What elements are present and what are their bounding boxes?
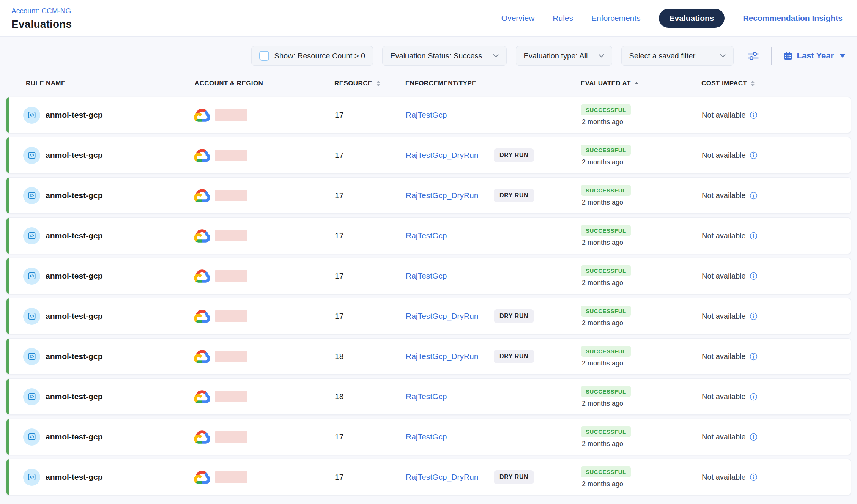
- evaluation-row[interactable]: anmol-test-gcp 17 RajTestGcp_DryRun DRY …: [6, 459, 851, 495]
- column-label: COST IMPACT: [701, 80, 747, 87]
- enforcement-cell: RajTestGcp: [385, 258, 560, 294]
- evaluation-row[interactable]: anmol-test-gcp 17 RajTestGcp_DryRun DRY …: [6, 137, 851, 173]
- status-badge: SUCCESSFUL: [581, 104, 631, 115]
- enforcement-link[interactable]: RajTestGcp: [406, 231, 447, 240]
- enforcement-link[interactable]: RajTestGcp_DryRun: [406, 151, 478, 160]
- cost-impact-value: Not available: [702, 352, 746, 361]
- enforcement-cell: RajTestGcp_DryRun DRY RUN: [385, 178, 560, 213]
- enforcement-cell: RajTestGcp: [385, 218, 560, 254]
- column-header-rule-name: RULE NAME: [6, 80, 194, 87]
- filter-settings-button[interactable]: [747, 50, 759, 61]
- evaluation-row[interactable]: anmol-test-gcp 17 RajTestGcp SUCCESSFUL …: [6, 419, 851, 455]
- info-icon[interactable]: [750, 272, 758, 280]
- enforcement-link[interactable]: RajTestGcp_DryRun: [406, 191, 478, 200]
- sort-icon[interactable]: [376, 80, 381, 87]
- rule-icon: [23, 227, 40, 244]
- rule-name: anmol-test-gcp: [46, 392, 103, 401]
- account-region-cell: [194, 258, 328, 294]
- account-region-cell: [194, 137, 328, 173]
- enforcement-link[interactable]: RajTestGcp: [406, 432, 447, 441]
- resource-count: 17: [335, 472, 343, 482]
- nav-enforcements[interactable]: Enforcements: [591, 14, 641, 23]
- column-label: ACCOUNT & REGION: [195, 80, 263, 87]
- evaluated-at-cell: SUCCESSFUL 2 months ago: [560, 218, 681, 254]
- evaluation-row[interactable]: anmol-test-gcp 17 RajTestGcp SUCCESSFUL …: [6, 217, 851, 254]
- resource-count: 17: [335, 191, 343, 200]
- enforcement-link[interactable]: RajTestGcp_DryRun: [406, 312, 478, 321]
- info-icon[interactable]: [750, 473, 758, 481]
- evaluation-row[interactable]: anmol-test-gcp 17 RajTestGcp_DryRun DRY …: [6, 177, 851, 214]
- rule-name-cell: anmol-test-gcp: [6, 339, 194, 374]
- gcp-logo-icon: [194, 149, 210, 162]
- account-breadcrumb[interactable]: Account: CCM-NG: [11, 7, 72, 15]
- evaluations-page: Account: CCM-NG Evaluations OverviewRule…: [0, 0, 857, 504]
- enforcement-link[interactable]: RajTestGcp: [406, 110, 447, 120]
- title-block: Account: CCM-NG Evaluations: [11, 6, 72, 30]
- cost-impact-value: Not available: [702, 272, 746, 280]
- column-label: RULE NAME: [26, 80, 66, 87]
- enforcement-link[interactable]: RajTestGcp: [406, 392, 447, 401]
- nav-recommendation-insights[interactable]: Recommendation Insights: [743, 14, 843, 23]
- rule-icon: [23, 107, 40, 124]
- sort-icon[interactable]: [750, 80, 755, 87]
- info-icon[interactable]: [750, 312, 758, 320]
- nav-evaluations[interactable]: Evaluations: [659, 9, 725, 28]
- rule-name-cell: anmol-test-gcp: [6, 419, 194, 455]
- evaluation-row[interactable]: anmol-test-gcp 17 RajTestGcp SUCCESSFUL …: [6, 258, 851, 294]
- status-badge: SUCCESSFUL: [581, 426, 631, 437]
- evaluated-time: 2 months ago: [582, 359, 623, 367]
- info-icon[interactable]: [750, 433, 758, 441]
- info-icon[interactable]: [750, 393, 758, 401]
- evaluation-status-dropdown[interactable]: Evaluation Status: Success: [382, 46, 506, 66]
- date-range-picker[interactable]: Last Year: [783, 51, 846, 61]
- column-header-resource[interactable]: RESOURCE: [328, 80, 385, 87]
- caret-down-icon: [840, 54, 846, 58]
- info-icon[interactable]: [750, 353, 758, 361]
- rule-icon: [23, 348, 40, 365]
- dry-run-badge: DRY RUN: [494, 350, 534, 363]
- evaluated-at-cell: SUCCESSFUL 2 months ago: [560, 137, 681, 173]
- table-header: RULE NAMEACCOUNT & REGIONRESOURCEENFORCE…: [6, 74, 851, 93]
- column-header-cost-impact[interactable]: COST IMPACT: [680, 80, 851, 87]
- gcp-logo-icon: [194, 229, 210, 243]
- saved-filter-dropdown[interactable]: Select a saved filter: [621, 46, 734, 66]
- resource-count: 18: [335, 352, 343, 361]
- enforcement-link[interactable]: RajTestGcp: [406, 271, 447, 280]
- resource-count-checkbox[interactable]: [259, 51, 269, 61]
- column-label: ENFORCEMENT/TYPE: [405, 80, 476, 87]
- cost-impact-cell: Not available: [681, 379, 851, 414]
- evaluation-row[interactable]: anmol-test-gcp 18 RajTestGcp SUCCESSFUL …: [6, 378, 851, 415]
- cost-impact-value: Not available: [702, 433, 746, 441]
- nav-overview[interactable]: Overview: [501, 14, 535, 23]
- account-region-cell: [194, 339, 328, 374]
- info-icon[interactable]: [750, 192, 758, 200]
- info-icon[interactable]: [750, 232, 758, 240]
- rule-icon: [23, 388, 40, 405]
- evaluation-type-dropdown[interactable]: Evaluation type: All: [516, 46, 612, 66]
- nav-rules[interactable]: Rules: [553, 14, 573, 23]
- rule-name: anmol-test-gcp: [46, 110, 103, 120]
- evaluation-row[interactable]: anmol-test-gcp 17 RajTestGcp_DryRun DRY …: [6, 298, 851, 334]
- sort-ascending-icon[interactable]: [634, 80, 639, 87]
- account-region-cell: [194, 459, 328, 495]
- resource-cell: 17: [328, 218, 385, 254]
- gcp-logo-icon: [194, 471, 210, 484]
- info-icon[interactable]: [750, 111, 758, 119]
- content-area: Show: Resource Count > 0 Evaluation Stat…: [0, 37, 857, 504]
- info-icon[interactable]: [750, 151, 758, 159]
- account-name-redacted: [215, 391, 247, 402]
- status-indicator-bar: [6, 97, 9, 133]
- evaluation-row[interactable]: anmol-test-gcp 17 RajTestGcp SUCCESSFUL …: [6, 97, 851, 133]
- enforcement-link[interactable]: RajTestGcp_DryRun: [406, 352, 478, 361]
- resource-cell: 18: [328, 379, 385, 414]
- evaluation-row[interactable]: anmol-test-gcp 18 RajTestGcp_DryRun DRY …: [6, 338, 851, 375]
- resource-count: 17: [335, 312, 343, 321]
- column-header-evaluated-at[interactable]: EVALUATED AT: [559, 80, 680, 87]
- enforcement-link[interactable]: RajTestGcp_DryRun: [406, 472, 478, 482]
- account-region-cell: [194, 218, 328, 254]
- rule-name-cell: anmol-test-gcp: [6, 97, 194, 133]
- resource-cell: 17: [328, 97, 385, 133]
- resource-count-filter[interactable]: Show: Resource Count > 0: [251, 46, 373, 66]
- status-badge: SUCCESSFUL: [581, 466, 631, 477]
- evaluated-at-cell: SUCCESSFUL 2 months ago: [560, 379, 681, 414]
